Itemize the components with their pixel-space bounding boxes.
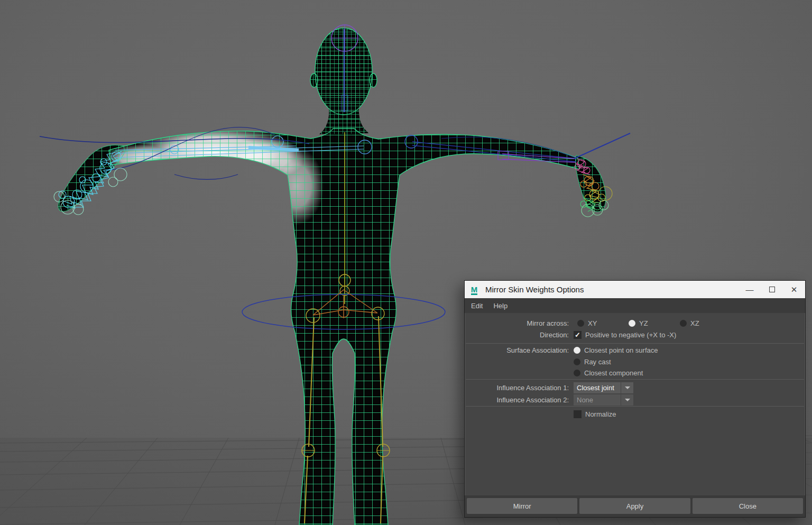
influence-association-2-dropdown: None [574, 394, 633, 406]
mirror-across-row: Mirror across: XY YZ XZ [465, 318, 805, 328]
apply-button[interactable]: Apply [579, 498, 690, 514]
influence-association-2-row: Influence Association 2: None [465, 394, 805, 406]
radio-ray-cast-button[interactable] [574, 358, 580, 365]
chevron-down-icon [621, 394, 633, 406]
surface-association-row-2: Ray cast [465, 356, 805, 367]
direction-checkbox-label: Positive to negative (+X to -X) [585, 331, 676, 339]
surface-association-row-3: Closest component [465, 367, 805, 378]
radio-xy-label: XY [588, 319, 597, 327]
menu-help[interactable]: Help [488, 298, 513, 313]
normalize-row: Normalize [465, 409, 805, 419]
menu-edit[interactable]: Edit [466, 298, 488, 313]
influence-association-1-value[interactable]: Closest joint [574, 382, 621, 393]
direction-label: Direction: [465, 331, 574, 339]
minimize-button[interactable]: — [739, 281, 761, 298]
dialog-menubar: Edit Help [465, 298, 805, 313]
radio-closest-point-label: Closest point on surface [584, 346, 658, 354]
dialog-footer: Mirror Apply Close [465, 495, 805, 517]
radio-yz-button[interactable] [629, 320, 635, 327]
radio-xz[interactable]: XZ [676, 319, 727, 327]
surface-association-row-1: Surface Association: Closest point on su… [465, 345, 805, 355]
window-title: Mirror Skin Weights Options [485, 285, 739, 294]
maya-viewport[interactable]: M Mirror Skin Weights Options — ✕ Edit H… [0, 0, 812, 525]
surface-association-label: Surface Association: [465, 346, 574, 354]
close-button[interactable]: ✕ [783, 281, 805, 298]
influence-association-2-label: Influence Association 2: [465, 396, 574, 404]
close-action-button[interactable]: Close [693, 498, 803, 514]
separator [466, 406, 804, 407]
influence-association-1-row: Influence Association 1: Closest joint [465, 382, 805, 393]
influence-association-1-label: Influence Association 1: [465, 384, 574, 392]
radio-xz-button[interactable] [680, 320, 687, 327]
chevron-down-icon[interactable] [621, 382, 633, 393]
radio-closest-component-label: Closest component [584, 369, 643, 377]
direction-row: Direction: ✓ Positive to negative (+X to… [465, 329, 805, 340]
separator [466, 379, 804, 380]
maya-logo-icon: M [469, 284, 479, 295]
normalize-label: Normalize [585, 410, 616, 418]
radio-ray-cast-label: Ray cast [584, 358, 611, 366]
radio-closest-component-button[interactable] [574, 370, 580, 376]
influence-association-2-value: None [574, 394, 621, 406]
radio-yz-label: YZ [639, 319, 648, 327]
radio-yz[interactable]: YZ [625, 319, 676, 327]
mirror-skin-weights-options-window: M Mirror Skin Weights Options — ✕ Edit H… [464, 280, 806, 518]
normalize-checkbox[interactable] [574, 410, 582, 418]
window-titlebar[interactable]: M Mirror Skin Weights Options — ✕ [465, 281, 805, 298]
separator [466, 343, 804, 344]
maximize-icon [769, 287, 775, 292]
mirror-across-label: Mirror across: [465, 319, 574, 327]
radio-xy-button[interactable] [577, 320, 584, 327]
direction-checkbox[interactable]: ✓ [574, 331, 582, 339]
radio-closest-point-button[interactable] [574, 347, 580, 354]
influence-association-1-dropdown[interactable]: Closest joint [574, 382, 633, 393]
mirror-button[interactable]: Mirror [467, 498, 577, 514]
maximize-button[interactable] [761, 281, 783, 298]
options-form: Mirror across: XY YZ XZ Direction: ✓ [465, 313, 805, 495]
radio-xy[interactable]: XY [574, 319, 625, 327]
right-arm-curve [574, 133, 630, 159]
radio-xz-label: XZ [690, 319, 699, 327]
